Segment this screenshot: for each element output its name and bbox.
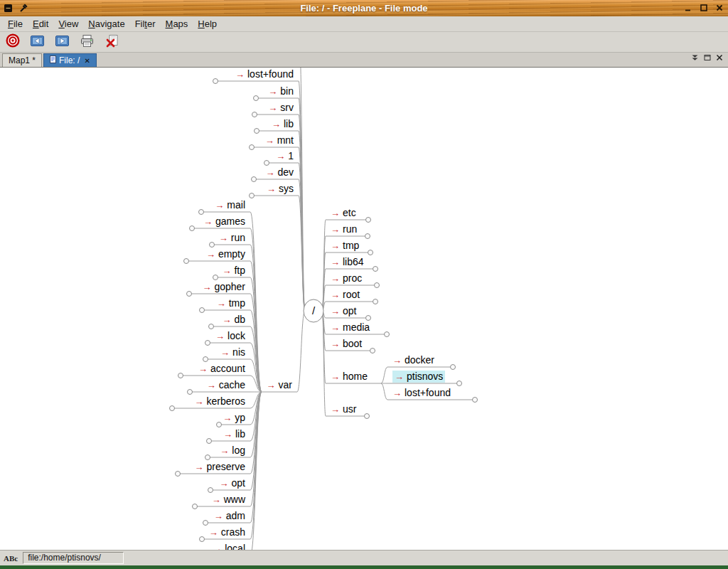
mindmap-node[interactable]: →ftp: [215, 264, 250, 277]
mindmap-node[interactable]: →lib: [257, 117, 299, 131]
window-menu-icon[interactable]: [18, 4, 28, 13]
menu-item-maps[interactable]: Maps: [161, 17, 193, 31]
mindmap-node[interactable]: →crash: [202, 526, 250, 539]
mindmap-node[interactable]: →gopher: [189, 280, 250, 294]
mindmap-node[interactable]: →usr: [326, 403, 367, 416]
mindmap-node[interactable]: →mnt: [252, 134, 299, 147]
mindmap-node[interactable]: →kerberos: [172, 395, 250, 408]
node-label: ftp: [234, 265, 245, 276]
mindmap-node[interactable]: →lost+found: [387, 386, 475, 400]
menu-item-file[interactable]: File: [3, 17, 28, 31]
mindmap-node[interactable]: →db: [211, 313, 250, 326]
mindmap-node[interactable]: →cache: [190, 378, 250, 392]
link-arrow-icon: →: [331, 289, 340, 301]
mindmap-node[interactable]: →www: [195, 493, 250, 506]
mindmap-node[interactable]: →media: [326, 321, 387, 334]
mindmap-node[interactable]: →run: [326, 223, 368, 236]
mindmap-node[interactable]: →mail: [201, 198, 250, 212]
menu-item-filter[interactable]: Filter: [130, 17, 161, 31]
tab-label: File: /: [59, 55, 80, 65]
mindmap-node[interactable]: →sys: [252, 182, 299, 196]
close-button[interactable]: [714, 4, 724, 14]
status-path-field: file:/home/ptisnovs/: [23, 552, 124, 564]
node-label: 1: [288, 150, 294, 161]
link-arrow-icon: →: [392, 355, 402, 366]
node-label: tmp: [229, 297, 245, 309]
menu-item-navigate[interactable]: Navigate: [83, 17, 129, 31]
detach-view-button[interactable]: [704, 51, 711, 64]
mindmap-node[interactable]: →lib: [209, 427, 250, 441]
menu-item-edit[interactable]: Edit: [28, 17, 53, 31]
link-arrow-icon: →: [331, 257, 340, 268]
link-arrow-icon: →: [212, 494, 221, 506]
mindmap-node[interactable]: →nis: [205, 346, 250, 359]
mindmap-node[interactable]: →lib64: [326, 255, 375, 269]
mindmap-node[interactable]: →yp: [219, 411, 250, 425]
link-arrow-icon: →: [268, 102, 277, 114]
menu-item-view[interactable]: View: [53, 17, 83, 31]
tab-file-root[interactable]: File: / ✕: [43, 53, 97, 67]
mindmap-node[interactable]: →1: [267, 149, 299, 163]
tab-map1[interactable]: Map1 *: [2, 53, 42, 67]
center-on-root-button[interactable]: [3, 33, 22, 51]
node-label: ptisnovs: [407, 371, 443, 382]
next-map-button[interactable]: [53, 33, 72, 51]
titlebar[interactable]: File: / - Freeplane - File mode: [0, 0, 728, 16]
mindmap-node[interactable]: →run: [212, 231, 250, 245]
mindmap-node[interactable]: →opt: [210, 477, 250, 490]
node-label: lost+found: [405, 387, 451, 398]
link-arrow-icon: →: [222, 314, 231, 326]
mindmap-node[interactable]: →dev: [254, 166, 299, 179]
link-arrow-icon: →: [223, 413, 232, 424]
tab-close-icon[interactable]: ✕: [84, 57, 90, 65]
link-arrow-icon: →: [223, 429, 232, 440]
print-button[interactable]: [77, 33, 97, 51]
collapse-view-button[interactable]: [691, 51, 699, 64]
printer-icon: [80, 34, 95, 50]
node-label: run: [343, 223, 357, 235]
link-arrow-icon: →: [220, 347, 230, 358]
link-arrow-icon: →: [213, 543, 222, 550]
mindmap-node[interactable]: →opt: [326, 304, 368, 318]
link-arrow-icon: →: [203, 216, 213, 228]
mindmap-node[interactable]: →boot: [326, 337, 373, 351]
mindmap-node[interactable]: →games: [192, 215, 250, 228]
previous-map-button[interactable]: [28, 33, 47, 51]
mindmap-node[interactable]: →etc: [326, 206, 368, 220]
mindmap-node[interactable]: →var: [262, 378, 297, 392]
mindmap-node[interactable]: →srv: [255, 101, 299, 115]
mindmap-node[interactable]: →log: [208, 444, 250, 457]
mindmap-node[interactable]: →preserve: [178, 460, 250, 474]
mindmap-node[interactable]: →docker: [387, 353, 453, 367]
close-map-button[interactable]: [102, 33, 122, 51]
mindmap-node[interactable]: →tmp: [326, 239, 370, 252]
mindmap-node[interactable]: →account: [181, 362, 250, 376]
mindmap-node[interactable]: →bin: [256, 85, 299, 98]
menu-item-help[interactable]: Help: [193, 17, 222, 31]
mindmap-canvas[interactable]: →lost+found→bin→srv→lib→mnt→1→dev→sys→va…: [0, 68, 728, 550]
mindmap-node[interactable]: →home: [326, 370, 381, 383]
link-arrow-icon: →: [331, 371, 340, 383]
mindmap-node[interactable]: →proc: [326, 272, 377, 285]
mindmap-node[interactable]: →adm: [205, 509, 250, 523]
bullseye-icon: [6, 33, 20, 50]
mindmap-node[interactable]: →tmp: [202, 297, 250, 310]
mindmap-node[interactable]: →lock: [208, 329, 250, 343]
mindmap-node[interactable]: →ptisnovs: [387, 370, 459, 383]
mindmap-node[interactable]: →lost+found: [215, 68, 299, 81]
node-label: lost+found: [247, 68, 294, 80]
mindmap-node[interactable]: →local: [205, 542, 250, 550]
node-label: lib: [235, 428, 245, 440]
mindmap-nodes-layer: →lost+found→bin→srv→lib→mnt→1→dev→sys→va…: [0, 68, 728, 550]
mindmap-node[interactable]: →root: [326, 288, 375, 302]
node-label: media: [343, 321, 370, 333]
close-view-button[interactable]: [716, 51, 723, 64]
app-icon: [4, 4, 14, 13]
minimize-button[interactable]: [683, 4, 693, 14]
node-label: boot: [343, 338, 362, 349]
mindmap-root-node[interactable]: /: [303, 303, 324, 319]
maximize-button[interactable]: [699, 4, 709, 14]
mindmap-node[interactable]: →empty: [186, 248, 250, 261]
node-label: local: [225, 543, 245, 550]
link-arrow-icon: →: [219, 233, 228, 244]
